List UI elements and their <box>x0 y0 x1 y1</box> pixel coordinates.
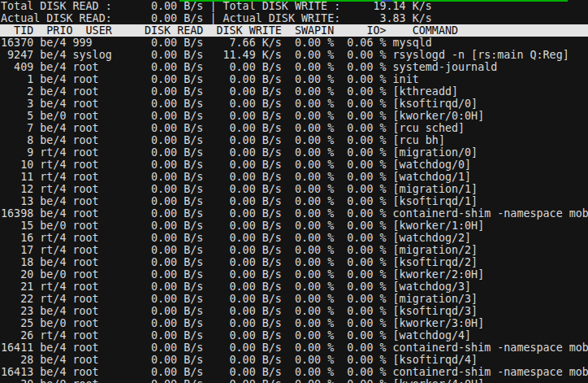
top-edge-blue-strip <box>382 0 392 2</box>
column-header-row: TID PRIO USER DISK READ DISK WRITE SWAPI… <box>0 24 588 37</box>
process-row: 30 be/0 root 0.00 B/s 0.00 B/s 0.00 % 0.… <box>0 378 588 383</box>
process-row: 1 be/4 root 0.00 B/s 0.00 B/s 0.00 % 0.0… <box>0 73 588 85</box>
process-row: 20 be/0 root 0.00 B/s 0.00 B/s 0.00 % 0.… <box>0 268 588 281</box>
process-row: 16413 be/4 root 0.00 B/s 0.00 B/s 0.00 %… <box>0 366 588 378</box>
process-row: 22 rt/4 root 0.00 B/s 0.00 B/s 0.00 % 0.… <box>0 293 588 305</box>
process-row: 15 be/0 root 0.00 B/s 0.00 B/s 0.00 % 0.… <box>0 220 588 232</box>
process-row: 16 rt/4 root 0.00 B/s 0.00 B/s 0.00 % 0.… <box>0 232 588 244</box>
top-edge-green-strip <box>179 0 568 2</box>
process-row: 17 rt/4 root 0.00 B/s 0.00 B/s 0.00 % 0.… <box>0 244 588 256</box>
process-row: 16370 be/4 999 0.00 B/s 7.66 K/s 0.00 % … <box>0 37 588 49</box>
process-row: 9 rt/4 root 0.00 B/s 0.00 B/s 0.00 % 0.0… <box>0 146 588 159</box>
process-row: 12 rt/4 root 0.00 B/s 0.00 B/s 0.00 % 0.… <box>0 183 588 195</box>
process-row: 25 be/0 root 0.00 B/s 0.00 B/s 0.00 % 0.… <box>0 317 588 329</box>
process-row: 2 be/4 root 0.00 B/s 0.00 B/s 0.00 % 0.0… <box>0 85 588 98</box>
process-row: 10 rt/4 root 0.00 B/s 0.00 B/s 0.00 % 0.… <box>0 159 588 171</box>
process-row: 409 be/4 root 0.00 B/s 0.00 B/s 0.00 % 0… <box>0 61 588 73</box>
process-row: 28 be/4 root 0.00 B/s 0.00 B/s 0.00 % 0.… <box>0 354 588 366</box>
process-row: 16411 be/4 root 0.00 B/s 0.00 B/s 0.00 %… <box>0 342 588 354</box>
process-row: 3 be/4 root 0.00 B/s 0.00 B/s 0.00 % 0.0… <box>0 98 588 110</box>
process-row: 8 be/4 root 0.00 B/s 0.00 B/s 0.00 % 0.0… <box>0 134 588 146</box>
process-row: 18 be/4 root 0.00 B/s 0.00 B/s 0.00 % 0.… <box>0 256 588 268</box>
process-row: 23 be/4 root 0.00 B/s 0.00 B/s 0.00 % 0.… <box>0 305 588 317</box>
process-row: 5 be/0 root 0.00 B/s 0.00 B/s 0.00 % 0.0… <box>0 110 588 122</box>
actual-disk-summary-line: Actual DISK READ: 0.00 B/s | Actual DISK… <box>0 12 588 24</box>
process-row: 26 rt/4 root 0.00 B/s 0.00 B/s 0.00 % 0.… <box>0 329 588 342</box>
process-row: 16398 be/4 root 0.00 B/s 0.00 B/s 0.00 %… <box>0 207 588 220</box>
process-row: 7 be/4 root 0.00 B/s 0.00 B/s 0.00 % 0.0… <box>0 122 588 134</box>
iotop-terminal-screen[interactable]: Total DISK READ : 0.00 B/s | Total DISK … <box>0 0 588 383</box>
total-disk-summary-line: Total DISK READ : 0.00 B/s | Total DISK … <box>0 0 588 12</box>
process-table: 16370 be/4 999 0.00 B/s 7.66 K/s 0.00 % … <box>0 37 588 383</box>
process-row: 11 rt/4 root 0.00 B/s 0.00 B/s 0.00 % 0.… <box>0 171 588 183</box>
process-row: 9247 be/4 syslog 0.00 B/s 11.49 K/s 0.00… <box>0 49 588 61</box>
process-row: 13 be/4 root 0.00 B/s 0.00 B/s 0.00 % 0.… <box>0 195 588 207</box>
process-row: 21 rt/4 root 0.00 B/s 0.00 B/s 0.00 % 0.… <box>0 281 588 293</box>
